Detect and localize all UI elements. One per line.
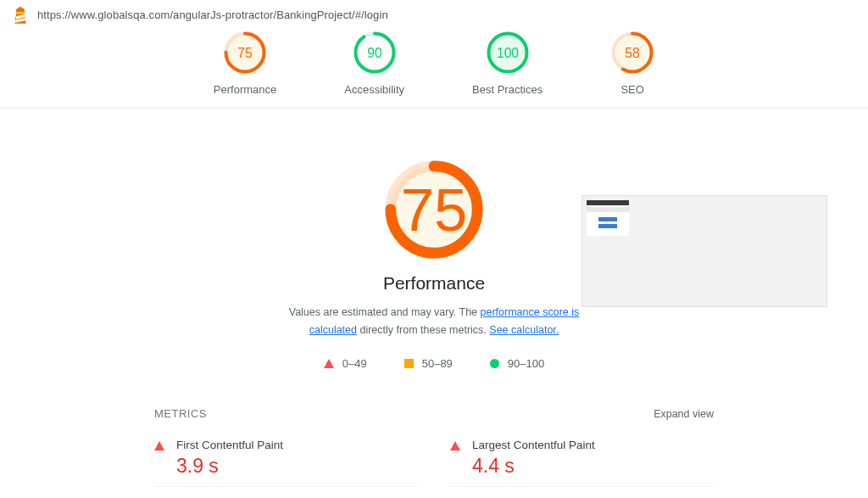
screenshot-thumbnail[interactable]	[581, 195, 827, 307]
triangle-red-icon	[324, 359, 334, 368]
screenshot-mini	[587, 200, 629, 236]
performance-title: Performance	[383, 273, 485, 294]
metric-value: 3.9 s	[176, 455, 283, 478]
svg-text:58: 58	[625, 46, 639, 60]
performance-section: 75 Performance Values are estimated and …	[0, 109, 868, 498]
metric-row[interactable]: First Contentful Paint 3.9 s	[154, 432, 418, 487]
metric-value: 4.4 s	[472, 455, 595, 478]
url-bar: https://www.globalsqa.com/angularJs-prot…	[0, 0, 868, 27]
legend-average: 50–89	[404, 357, 453, 370]
expand-view-toggle[interactable]: Expand view	[654, 408, 714, 420]
score-legend: 0–49 50–89 90–100	[324, 357, 544, 370]
svg-text:90: 90	[367, 46, 382, 60]
metrics-heading: METRICS	[154, 407, 207, 420]
link-see-calculator[interactable]: See calculator.	[489, 324, 559, 336]
gauge-label: Accessibility	[344, 83, 404, 96]
metric-row[interactable]: Total Blocking Time 20 ms	[154, 495, 418, 499]
gauge-accessibility[interactable]: 90 Accessibility	[344, 31, 404, 96]
gauge-performance[interactable]: 75 Performance	[214, 31, 276, 96]
metric-row[interactable]: Largest Contentful Paint 4.4 s	[450, 432, 714, 487]
square-orange-icon	[404, 359, 414, 368]
metric-row[interactable]: Cumulative Layout Shift 0	[450, 495, 714, 499]
svg-text:75: 75	[237, 46, 253, 60]
metric-name: First Contentful Paint	[176, 439, 283, 451]
legend-pass: 90–100	[490, 357, 544, 370]
circle-green-icon	[490, 359, 499, 368]
triangle-red-icon	[450, 441, 460, 450]
lighthouse-icon	[12, 5, 29, 24]
gauge-label: Performance	[214, 83, 276, 96]
performance-description: Values are estimated and may vary. The p…	[281, 304, 587, 340]
svg-text:100: 100	[497, 46, 519, 60]
gauge-row: 75 Performance 90 Accessibility 100 Best…	[0, 27, 868, 109]
svg-rect-0	[16, 12, 25, 14]
triangle-red-icon	[154, 441, 164, 450]
gauge-label: Best Practices	[472, 83, 542, 96]
svg-text:75: 75	[401, 176, 468, 243]
gauge-seo[interactable]: 58 SEO	[610, 31, 654, 96]
metrics-panel: METRICS Expand view First Contentful Pai…	[154, 370, 714, 499]
metric-name: Largest Contentful Paint	[472, 439, 595, 451]
big-performance-gauge: 75	[384, 159, 484, 263]
gauge-best-practices[interactable]: 100 Best Practices	[472, 31, 542, 96]
tested-url: https://www.globalsqa.com/angularJs-prot…	[37, 8, 388, 21]
legend-fail: 0–49	[324, 357, 367, 370]
gauge-label: SEO	[620, 83, 643, 96]
